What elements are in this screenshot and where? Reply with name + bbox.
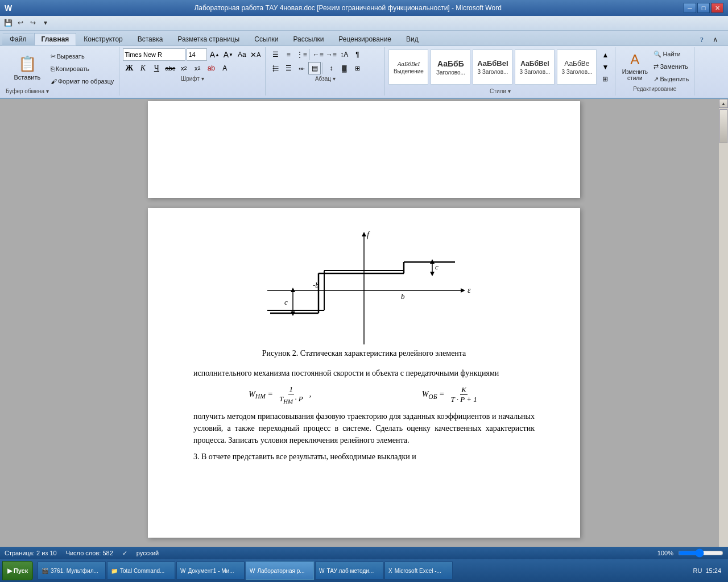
change-styles-button[interactable]: A Изменить стили bbox=[619, 49, 651, 84]
copy-icon: ⎘ bbox=[51, 65, 55, 72]
font-grow-button[interactable]: A▲ bbox=[208, 48, 221, 61]
styles-scroll-up[interactable]: ▲ bbox=[599, 49, 611, 61]
styles-scroll-down[interactable]: ▼ bbox=[599, 61, 611, 73]
change-styles-icon: A bbox=[630, 52, 639, 68]
font-color-button[interactable]: A bbox=[218, 62, 231, 74]
justify-button[interactable]: ▤ bbox=[308, 62, 321, 74]
replace-button[interactable]: ⇄ Заменить bbox=[652, 61, 690, 72]
word-icon: W bbox=[5, 3, 12, 13]
qat-dropdown-button[interactable]: ▾ bbox=[40, 18, 51, 29]
styles-expand-icon[interactable]: ▾ bbox=[508, 88, 511, 94]
page-main[interactable]: ε f bbox=[148, 208, 580, 538]
doc-paragraph-2: получить методом припасовывания фазовую … bbox=[193, 410, 535, 446]
style-item-heading1[interactable]: АаБбБ Заголово... bbox=[431, 49, 470, 85]
show-marks-button[interactable]: ¶ bbox=[351, 48, 363, 61]
font-shrink-button[interactable]: A▼ bbox=[222, 48, 234, 61]
ribbon-group-clipboard: 📋 Вставить Буфер обмена ▾ ✂ Вырезать ⎘ К… bbox=[2, 47, 119, 95]
style-item-heading3[interactable]: АаБбВеI 3 Заголов... bbox=[515, 49, 555, 85]
align-right-button[interactable]: ⬰ bbox=[295, 62, 308, 74]
ribbon-minimize-button[interactable]: ∧ bbox=[710, 34, 721, 45]
bullets-button[interactable]: ☰ bbox=[269, 48, 282, 61]
quick-access-toolbar: 💾 ↩ ↪ ▾ bbox=[0, 16, 728, 31]
svg-text:f: f bbox=[367, 231, 370, 239]
relay-chart: ε f bbox=[250, 231, 478, 344]
taskbar-btn-multfilm[interactable]: 🎬 3761. Мультфил... bbox=[38, 562, 106, 580]
ribbon-group-styles: АаБбВеI Выделение АаБбБ Заголово... АаБб… bbox=[385, 47, 615, 95]
tab-review[interactable]: Рецензирование bbox=[331, 33, 399, 45]
taskbar-btn-doc1[interactable]: W Документ1 - Ми... bbox=[176, 562, 245, 580]
bold-button[interactable]: Ж bbox=[123, 62, 135, 74]
tab-file[interactable]: Файл bbox=[2, 33, 34, 45]
paragraph-expand-icon[interactable]: ▾ bbox=[333, 76, 336, 82]
tab-references[interactable]: Ссылки bbox=[247, 33, 286, 45]
maximize-button[interactable]: □ bbox=[697, 3, 710, 13]
tab-constructor[interactable]: Конструктор bbox=[76, 33, 130, 45]
increase-indent-button[interactable]: →≡ bbox=[325, 48, 337, 61]
taskbar-btn-lab[interactable]: W Лабораторная р... bbox=[246, 562, 314, 580]
subscript-button[interactable]: x2 bbox=[177, 62, 190, 74]
sort-button[interactable]: ↕A bbox=[338, 48, 350, 61]
ribbon-help-button[interactable]: ? bbox=[696, 34, 708, 45]
formula-left: WНМ = 1 TНМ · P , bbox=[249, 385, 311, 405]
underline-button[interactable]: Ч bbox=[150, 62, 163, 74]
taskbar-btn-tau[interactable]: W ТАУ лаб методи... bbox=[315, 562, 383, 580]
ribbon: Файл Главная Конструктор Вставка Разметк… bbox=[0, 31, 728, 99]
tab-home[interactable]: Главная bbox=[34, 33, 77, 45]
figure-container: ε f bbox=[193, 231, 535, 358]
close-button[interactable]: ✕ bbox=[711, 3, 723, 13]
svg-marker-21 bbox=[430, 272, 435, 276]
start-button[interactable]: ▶ Пуск bbox=[2, 561, 33, 580]
minimize-button[interactable]: ─ bbox=[684, 3, 696, 13]
numbering-button[interactable]: ≡ bbox=[282, 48, 295, 61]
italic-button[interactable]: К bbox=[136, 62, 149, 74]
text-highlight-button[interactable]: ab bbox=[205, 62, 217, 74]
redo-qat-button[interactable]: ↪ bbox=[27, 18, 39, 29]
superscript-button[interactable]: x2 bbox=[191, 62, 204, 74]
taskbar-tray: RU 15:24 bbox=[689, 567, 726, 574]
style-item-heading2[interactable]: АаБбВеI 3 Заголов... bbox=[473, 49, 512, 85]
scroll-thumb[interactable] bbox=[719, 109, 727, 143]
save-qat-button[interactable]: 💾 bbox=[2, 18, 14, 29]
clipboard-group-label: Буфер обмена ▾ bbox=[6, 88, 49, 94]
borders-button[interactable]: ⊞ bbox=[351, 62, 363, 74]
clear-format-button[interactable]: ✕A bbox=[249, 48, 262, 61]
shading-button[interactable]: ▓ bbox=[338, 62, 350, 74]
style-item-heading4[interactable]: АаБбВе 3 Заголов... bbox=[557, 49, 597, 85]
cut-button[interactable]: ✂ Вырезать bbox=[49, 51, 116, 62]
svg-text:c: c bbox=[284, 298, 288, 306]
titlebar-title: Лабораторная работа ТАУ 4новая.doc [Режи… bbox=[12, 4, 684, 12]
scroll-up-button[interactable]: ▲ bbox=[719, 99, 728, 108]
zoom-slider[interactable] bbox=[678, 548, 723, 558]
ribbon-tab-bar: Файл Главная Конструктор Вставка Разметк… bbox=[0, 31, 728, 45]
vertical-scrollbar[interactable]: ▲ bbox=[719, 99, 728, 571]
tab-page-layout[interactable]: Разметка страницы bbox=[170, 33, 247, 45]
align-left-button[interactable]: ⬱ bbox=[269, 62, 282, 74]
line-spacing-button[interactable]: ↕ bbox=[325, 62, 337, 74]
tab-view[interactable]: Вид bbox=[399, 33, 426, 45]
undo-qat-button[interactable]: ↩ bbox=[15, 18, 26, 29]
align-center-button[interactable]: ☰ bbox=[282, 62, 295, 74]
tray-time: 15:24 bbox=[705, 567, 721, 574]
font-name-input[interactable] bbox=[123, 48, 185, 61]
decrease-indent-button[interactable]: ←≡ bbox=[312, 48, 324, 61]
select-button[interactable]: ↗ Выделить bbox=[652, 73, 690, 85]
paste-button[interactable]: 📋 Вставить bbox=[11, 48, 43, 87]
taskbar-btn-totalcmd[interactable]: 📁 Total Command... bbox=[107, 562, 175, 580]
titlebar-left: W bbox=[5, 3, 12, 13]
format-painter-button[interactable]: 🖌 Формат по образцу bbox=[49, 76, 116, 87]
styles-more[interactable]: ⊞ bbox=[599, 73, 611, 85]
change-case-button[interactable]: Аа bbox=[235, 48, 248, 61]
style-item-normal[interactable]: АаБбВеI Выделение bbox=[388, 49, 428, 85]
font-size-input[interactable] bbox=[187, 48, 207, 61]
multilevel-button[interactable]: ⋮≡ bbox=[295, 48, 308, 61]
tab-mailings[interactable]: Рассылки bbox=[286, 33, 331, 45]
svg-text:b: b bbox=[401, 292, 405, 301]
find-button[interactable]: 🔍 Найти bbox=[652, 48, 690, 60]
strikethrough-button[interactable]: abc bbox=[164, 62, 176, 74]
copy-button[interactable]: ⎘ Копировать bbox=[49, 63, 116, 74]
tab-insert[interactable]: Вставка bbox=[130, 33, 171, 45]
font-expand-icon[interactable]: ▾ bbox=[201, 76, 204, 82]
font-group-label: Шрифт ▾ bbox=[181, 76, 204, 82]
styles-group-label: Стили ▾ bbox=[490, 88, 511, 94]
taskbar-btn-excel[interactable]: X Microsoft Excel -... bbox=[384, 562, 453, 580]
